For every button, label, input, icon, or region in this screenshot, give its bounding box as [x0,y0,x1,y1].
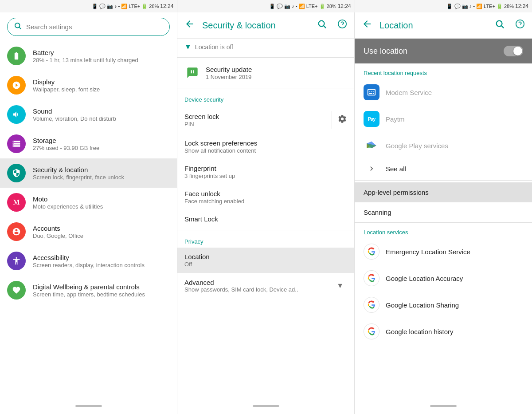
service-emergency-name: Emergency Location Service [386,248,470,256]
svg-point-6 [497,21,502,27]
moto-icon: M [7,193,26,212]
service-history[interactable]: Google location history [355,318,532,345]
google-g-icon-history [364,323,379,339]
fingerprint-text: Fingerprint 3 fingerprints set up [184,165,347,179]
storage-item-text: Storage 27% used - 93.90 GB free [33,137,170,151]
svg-line-3 [324,26,326,28]
status-signal-2: 📶 LTE+ [299,4,318,9]
settings-item-battery[interactable]: Battery 28% - 1 hr, 13 mins left until f… [0,41,177,71]
status-bar-3: 📱 💬 📷 ♪ • 📶 LTE+ 🔋 28% 12:24 [355,0,532,12]
panels-row: Battery 28% - 1 hr, 13 mins left until f… [0,12,532,414]
storage-icon [7,134,26,153]
service-accuracy[interactable]: Google Location Accuracy [355,265,532,292]
status-icons-2: 📱 💬 📷 ♪ • [269,4,297,9]
digitalwellbeing-subtitle: Screen time, app timers, bedtime schedul… [33,291,170,298]
faceunlock-text: Face unlock Face matching enabled [184,190,347,205]
search-input[interactable] [26,23,163,31]
location-back-button[interactable] [362,19,372,32]
playservices-app-icon [364,138,379,154]
app-level-permissions[interactable]: App-level permissions [355,182,532,202]
faceunlock-title: Face unlock [184,190,347,197]
location-search-icon[interactable] [495,19,505,32]
app-item-playservices[interactable]: Google Play services [355,132,532,159]
settings-item-security[interactable]: Security & location Screen lock, fingerp… [0,158,177,188]
battery-subtitle: 28% - 1 hr, 13 mins left until fully cha… [33,57,170,63]
digitalwellbeing-icon [7,281,26,300]
advanced-subtitle: Show passwords, SIM card lock, Device ad… [184,286,333,293]
screen-lock-text: Screen lock PIN [184,113,326,127]
panel3-bottom-bar [355,401,532,414]
see-all-row[interactable]: See all [355,159,532,178]
location-off-text: Location is off [195,43,233,51]
settings-item-accessibility[interactable]: Accessibility Screen readers, display, i… [0,246,177,276]
location-item[interactable]: Location Off [177,248,354,273]
app-item-paytm[interactable]: Pay Paytm [355,106,532,132]
modem-app-name: Modem Service [386,89,432,96]
home-indicator-2 [253,405,279,407]
see-all-label: See all [386,165,406,173]
security-icon [7,164,26,182]
panel-security: Security & location ▼ Location is off [177,12,355,414]
search-icon [14,22,22,32]
location-help-icon[interactable] [515,19,525,32]
status-signal-3: 📶 LTE+ [476,4,495,9]
lockscreen-text: Lock screen preferences Show all notific… [184,139,347,154]
service-history-name: Google location history [386,328,454,335]
storage-title: Storage [33,137,170,144]
settings-item-storage[interactable]: Storage 27% used - 93.90 GB free [0,129,177,158]
smartlock-text: Smart Lock [184,215,347,223]
settings-item-sound[interactable]: Sound Volume, vibration, Do not disturb [0,100,177,129]
service-sharing[interactable]: Google Location Sharing [355,292,532,318]
divider-2 [177,88,354,88]
security-help-icon[interactable] [337,19,347,32]
smartlock-title: Smart Lock [184,215,347,223]
lockscreen-item[interactable]: Lock screen preferences Show all notific… [177,134,354,159]
location-content: Recent location requests Modem Service P… [355,63,532,401]
scanning-item[interactable]: Scanning [355,202,532,223]
accessibility-title: Accessibility [33,254,170,261]
advanced-title: Advanced [184,279,333,286]
advanced-item[interactable]: Advanced Show passwords, SIM card lock, … [177,273,354,299]
app-item-modem[interactable]: Modem Service [355,79,532,106]
google-g-icon-accuracy [364,270,379,286]
settings-item-digitalwellbeing[interactable]: Digital Wellbeing & parental controls Sc… [0,276,177,305]
security-title: Security & location [33,166,170,173]
privacy-label: Privacy [177,232,354,248]
screen-lock-gear-icon[interactable] [337,114,347,126]
settings-item-display[interactable]: Display Wallpaper, sleep, font size [0,71,177,100]
settings-item-moto[interactable]: M Moto Moto experiences & utilities [0,188,177,217]
vertical-divider [332,111,332,129]
faceunlock-item[interactable]: Face unlock Face matching enabled [177,185,354,210]
security-search-icon[interactable] [317,19,327,32]
service-sharing-name: Google Location Sharing [386,301,459,309]
accounts-icon [7,222,26,241]
location-collapsed-item[interactable]: ▼ Location is off [177,39,354,55]
security-update-item[interactable]: Security update 1 November 2019 [177,59,354,86]
display-icon [7,76,26,95]
panel1-bottom-bar [0,401,177,414]
smartlock-item[interactable]: Smart Lock [177,210,354,228]
moto-item-text: Moto Moto experiences & utilities [33,195,170,210]
status-icons-1: 📱 💬 📷 ♪ • [92,4,120,9]
toggle-knob [513,47,522,55]
lockscreen-subtitle: Show all notification content [184,147,347,154]
divider-3 [177,230,354,230]
divider-loc-1 [355,180,532,181]
security-update-icon [184,65,200,81]
see-all-icon [364,164,379,173]
accounts-title: Accounts [33,225,170,232]
service-emergency[interactable]: Emergency Location Service [355,238,532,265]
svg-line-7 [501,26,504,28]
security-back-button[interactable] [184,19,195,32]
sound-icon [7,105,26,124]
use-location-toggle[interactable] [504,46,523,56]
settings-item-accounts[interactable]: Accounts Duo, Google, Office [0,217,177,246]
search-bar[interactable] [7,18,170,36]
fingerprint-item[interactable]: Fingerprint 3 fingerprints set up [177,159,354,185]
use-location-label: Use location [364,47,499,56]
paytm-app-icon: Pay [364,111,379,127]
location-panel-title: Location [379,20,488,31]
screen-lock-item[interactable]: Screen lock PIN [177,106,354,134]
digitalwellbeing-title: Digital Wellbeing & parental controls [33,283,170,291]
status-time-2: 12:24 [338,3,351,9]
